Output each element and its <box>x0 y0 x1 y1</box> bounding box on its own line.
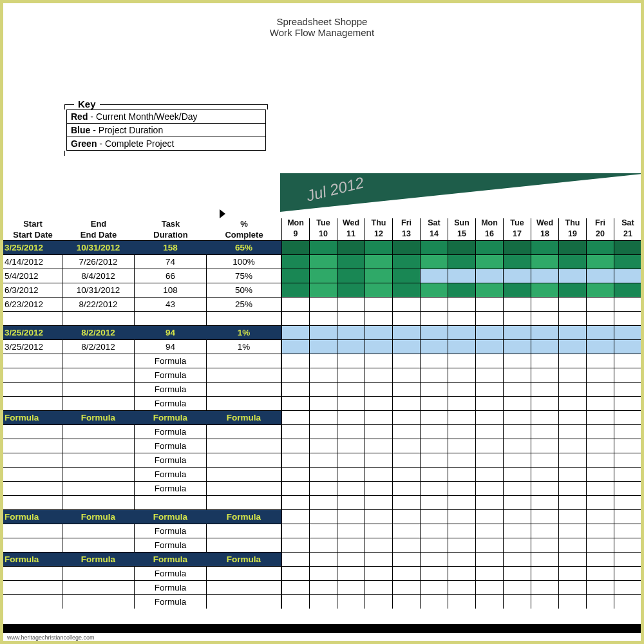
gantt-cell[interactable] <box>531 255 558 269</box>
cell-pct[interactable] <box>207 567 281 580</box>
gantt-cell[interactable] <box>586 439 614 453</box>
cell-dur[interactable]: 158 <box>135 241 207 254</box>
gantt-cell[interactable] <box>392 482 420 495</box>
gantt-cell[interactable] <box>503 496 531 509</box>
cell-dur[interactable]: Formula <box>135 411 207 424</box>
gantt-cell[interactable] <box>558 581 586 594</box>
cell-end[interactable] <box>62 524 135 538</box>
gantt-cell[interactable] <box>475 482 503 495</box>
gantt-cell[interactable] <box>614 255 641 269</box>
gantt-cell[interactable] <box>392 298 420 311</box>
cell-start[interactable]: 3/25/2012 <box>3 326 62 339</box>
gantt-cell[interactable] <box>309 241 337 254</box>
cell-dur[interactable]: Formula <box>135 453 207 467</box>
data-row[interactable]: Formula <box>3 594 644 609</box>
gantt-cell[interactable] <box>558 397 586 410</box>
gantt-cell[interactable] <box>531 368 558 382</box>
gantt-cell[interactable] <box>531 595 558 609</box>
gantt-cell[interactable] <box>309 368 337 382</box>
gantt-cell[interactable] <box>614 283 641 297</box>
cell-dur[interactable]: Formula <box>135 482 207 495</box>
gantt-cell[interactable] <box>309 354 337 368</box>
gantt-cell[interactable] <box>614 397 641 410</box>
cell-pct[interactable]: 50% <box>207 283 281 297</box>
gantt-cell[interactable] <box>475 241 503 254</box>
gantt-cell[interactable] <box>365 581 392 594</box>
cell-start[interactable]: 3/25/2012 <box>3 241 62 254</box>
gantt-cell[interactable] <box>475 397 503 410</box>
gantt-cell[interactable] <box>614 368 641 382</box>
gantt-cell[interactable] <box>365 510 392 524</box>
gantt-cell[interactable] <box>420 255 448 269</box>
cell-dur[interactable] <box>135 496 207 509</box>
cell-pct[interactable] <box>207 439 281 453</box>
gantt-cell[interactable] <box>558 453 586 467</box>
gantt-cell[interactable] <box>448 397 475 410</box>
gantt-cell[interactable] <box>475 581 503 594</box>
data-row[interactable]: 6/23/20128/22/20124325% <box>3 297 644 311</box>
gantt-cell[interactable] <box>558 411 586 424</box>
cell-dur[interactable]: 74 <box>135 255 207 269</box>
cell-end[interactable] <box>62 482 135 495</box>
cell-pct[interactable] <box>207 425 281 439</box>
gantt-cell[interactable] <box>392 496 420 509</box>
cell-dur[interactable]: Formula <box>135 439 207 453</box>
gantt-cell[interactable] <box>531 397 558 410</box>
cell-dur[interactable]: 66 <box>135 269 207 283</box>
gantt-cell[interactable] <box>392 283 420 297</box>
gantt-cell[interactable] <box>503 326 531 339</box>
gantt-cell[interactable] <box>365 524 392 538</box>
gantt-cell[interactable] <box>558 255 586 269</box>
cell-pct[interactable] <box>207 581 281 594</box>
gantt-cell[interactable] <box>503 524 531 538</box>
gantt-cell[interactable] <box>365 241 392 254</box>
cell-pct[interactable]: Formula <box>207 553 281 566</box>
gantt-cell[interactable] <box>281 368 309 382</box>
cell-pct[interactable]: 1% <box>207 340 281 354</box>
gantt-cell[interactable] <box>281 581 309 594</box>
gantt-cell[interactable] <box>281 439 309 453</box>
gantt-cell[interactable] <box>365 368 392 382</box>
gantt-cell[interactable] <box>309 553 337 566</box>
data-row[interactable]: Formula <box>3 566 644 580</box>
data-row[interactable]: Formula <box>3 382 644 396</box>
gantt-cell[interactable] <box>531 567 558 580</box>
gantt-cell[interactable] <box>337 425 365 439</box>
gantt-cell[interactable] <box>420 567 448 580</box>
gantt-cell[interactable] <box>337 255 365 269</box>
gantt-cell[interactable] <box>392 241 420 254</box>
gantt-cell[interactable] <box>586 468 614 481</box>
gantt-cell[interactable] <box>614 453 641 467</box>
gantt-cell[interactable] <box>281 553 309 566</box>
gantt-cell[interactable] <box>420 510 448 524</box>
gantt-cell[interactable] <box>420 496 448 509</box>
gantt-cell[interactable] <box>448 411 475 424</box>
cell-start[interactable]: Formula <box>3 510 62 524</box>
cell-dur[interactable]: 43 <box>135 298 207 311</box>
gantt-cell[interactable] <box>309 397 337 410</box>
cell-end[interactable]: 8/2/2012 <box>62 326 135 339</box>
gantt-cell[interactable] <box>309 482 337 495</box>
gantt-cell[interactable] <box>586 496 614 509</box>
gantt-cell[interactable] <box>475 595 503 609</box>
gantt-cell[interactable] <box>614 241 641 254</box>
gantt-cell[interactable] <box>503 482 531 495</box>
cell-start[interactable] <box>3 312 62 325</box>
gantt-cell[interactable] <box>281 397 309 410</box>
gantt-cell[interactable] <box>281 482 309 495</box>
gantt-cell[interactable] <box>531 553 558 566</box>
gantt-cell[interactable] <box>309 340 337 354</box>
gantt-cell[interactable] <box>614 538 641 552</box>
gantt-cell[interactable] <box>365 439 392 453</box>
gantt-cell[interactable] <box>448 241 475 254</box>
spreadsheet[interactable]: Start End Task % MonTueWedThuFriSatSunMo… <box>3 218 644 609</box>
gantt-cell[interactable] <box>558 241 586 254</box>
gantt-cell[interactable] <box>337 482 365 495</box>
cell-end[interactable] <box>62 496 135 509</box>
gantt-cell[interactable] <box>309 425 337 439</box>
gantt-cell[interactable] <box>475 383 503 396</box>
gantt-cell[interactable] <box>337 524 365 538</box>
cell-dur[interactable]: Formula <box>135 468 207 481</box>
gantt-cell[interactable] <box>420 524 448 538</box>
gantt-cell[interactable] <box>558 595 586 609</box>
